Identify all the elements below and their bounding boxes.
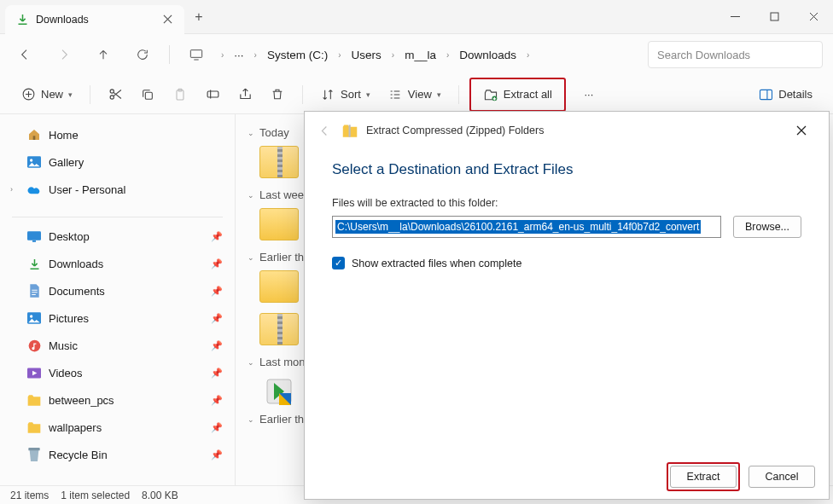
desktop-icon: [27, 229, 41, 243]
extract-all-button[interactable]: Extract all: [473, 81, 562, 108]
svg-rect-15: [32, 240, 36, 241]
close-window-button[interactable]: [794, 1, 833, 33]
installer-item[interactable]: [259, 375, 299, 408]
zip-file-item[interactable]: [259, 146, 299, 178]
sidebar-item-home[interactable]: Home: [3, 121, 231, 148]
chevron-down-icon: ⌄: [248, 253, 254, 262]
sidebar-item-folder[interactable]: wallpapers 📌: [3, 414, 231, 441]
sidebar-item-label: Downloads: [49, 258, 103, 270]
svg-rect-8: [207, 91, 218, 97]
sidebar-item-label: Home: [49, 129, 79, 142]
copy-icon: [140, 87, 155, 102]
recycle-bin-icon: [27, 448, 41, 461]
new-tab-button[interactable]: +: [184, 9, 213, 25]
show-files-checkbox[interactable]: ✓ Show extracted files when complete: [332, 257, 801, 269]
breadcrumb-item[interactable]: Users: [347, 45, 387, 65]
sidebar-item-desktop[interactable]: Desktop 📌: [3, 223, 231, 250]
folder-item[interactable]: [259, 270, 299, 303]
sidebar-item-music[interactable]: Music 📌: [3, 332, 231, 359]
search-input[interactable]: Search Downloads: [648, 41, 823, 68]
up-button[interactable]: [89, 40, 118, 69]
delete-button[interactable]: [263, 81, 292, 108]
sidebar-item-label: Videos: [49, 367, 83, 379]
sidebar-item-pictures[interactable]: Pictures 📌: [3, 304, 231, 332]
sidebar-item-label: Recycle Bin: [49, 449, 108, 461]
tab-close-icon[interactable]: [160, 13, 174, 26]
svg-rect-5: [145, 92, 152, 99]
more-button[interactable]: ···: [574, 81, 603, 108]
sidebar-item-user-personal[interactable]: › User - Personal: [3, 176, 231, 203]
svg-point-17: [30, 315, 32, 317]
sort-button[interactable]: Sort ▾: [313, 81, 377, 108]
search-placeholder: Search Downloads: [657, 49, 750, 61]
svg-rect-1: [190, 50, 201, 58]
folder-item[interactable]: [259, 208, 299, 240]
extract-dialog: Extract Compressed (Zipped) Folders Sele…: [304, 111, 830, 500]
details-label: Details: [778, 88, 813, 101]
sidebar-item-label: Desktop: [49, 230, 90, 243]
details-pane-icon: [758, 87, 773, 102]
breadcrumb-item[interactable]: Downloads: [454, 45, 521, 65]
back-button[interactable]: [10, 40, 39, 69]
sidebar-item-recycle-bin[interactable]: Recycle Bin 📌: [3, 441, 231, 468]
new-button[interactable]: New ▾: [14, 81, 79, 108]
rename-button[interactable]: [198, 81, 227, 108]
chevron-right-icon[interactable]: ›: [527, 50, 529, 60]
share-button[interactable]: [230, 81, 259, 108]
chevron-down-icon: ⌄: [248, 415, 254, 424]
dialog-close-button[interactable]: [784, 117, 818, 144]
destination-path-input[interactable]: C:\Users\m__la\Downloads\26100.2161_arm6…: [332, 216, 721, 238]
tab-title: Downloads: [36, 14, 154, 26]
sidebar-item-videos[interactable]: Videos 📌: [3, 359, 231, 386]
extract-icon: [483, 87, 498, 102]
sort-icon: [320, 87, 335, 102]
svg-rect-0: [771, 13, 778, 20]
cut-button[interactable]: [101, 81, 130, 108]
folder-icon: [27, 420, 41, 434]
svg-point-4: [110, 96, 114, 99]
minimize-button[interactable]: [715, 1, 754, 33]
paste-button[interactable]: [166, 81, 195, 108]
extract-all-highlight: Extract all: [469, 78, 566, 112]
browse-button[interactable]: Browse...: [733, 216, 801, 238]
breadcrumb-overflow[interactable]: ···: [229, 45, 248, 65]
chevron-right-icon[interactable]: ›: [221, 50, 224, 60]
breadcrumb-item[interactable]: m__la: [399, 45, 441, 65]
extract-button-highlight: Extract: [667, 462, 740, 491]
forward-button[interactable]: [50, 40, 79, 69]
tab-downloads[interactable]: Downloads: [5, 5, 184, 34]
view-button[interactable]: View ▾: [381, 81, 448, 108]
trash-icon: [270, 87, 285, 102]
share-icon: [237, 87, 253, 102]
plus-circle-icon: [20, 87, 36, 102]
pin-icon: 📌: [211, 231, 223, 242]
sidebar-item-downloads[interactable]: Downloads 📌: [3, 250, 231, 277]
chevron-right-icon: ›: [446, 50, 449, 60]
copy-button[interactable]: [133, 81, 162, 108]
pin-icon: 📌: [211, 422, 223, 433]
chevron-right-icon: ›: [392, 50, 394, 60]
document-icon: [27, 284, 41, 298]
dialog-heading: Select a Destination and Extract Files: [332, 161, 801, 178]
window-controls: [715, 1, 833, 33]
maximize-button[interactable]: [754, 1, 794, 33]
cancel-button[interactable]: Cancel: [749, 466, 815, 488]
sidebar-item-gallery[interactable]: Gallery: [3, 148, 231, 176]
navbar: › ··· › System (C:) › Users › m__la › Do…: [0, 34, 833, 75]
chevron-right-icon[interactable]: ›: [10, 185, 13, 194]
this-pc-icon[interactable]: [182, 40, 211, 69]
home-icon: [27, 128, 41, 142]
zip-file-item[interactable]: [259, 313, 299, 345]
details-pane-button[interactable]: Details: [751, 81, 819, 108]
rename-icon: [205, 87, 220, 102]
refresh-button[interactable]: [128, 40, 157, 69]
sidebar-item-label: Gallery: [49, 156, 84, 169]
chevron-down-icon: ⌄: [248, 191, 254, 200]
dialog-back-button[interactable]: [315, 125, 334, 137]
breadcrumb-item[interactable]: System (C:): [262, 45, 333, 65]
extract-button[interactable]: Extract: [670, 466, 737, 488]
music-icon: [27, 339, 41, 352]
sidebar-item-folder[interactable]: between_pcs 📌: [3, 386, 231, 414]
destination-path-value: C:\Users\m__la\Downloads\26100.2161_arm6…: [335, 220, 701, 234]
sidebar-item-documents[interactable]: Documents 📌: [3, 277, 231, 304]
